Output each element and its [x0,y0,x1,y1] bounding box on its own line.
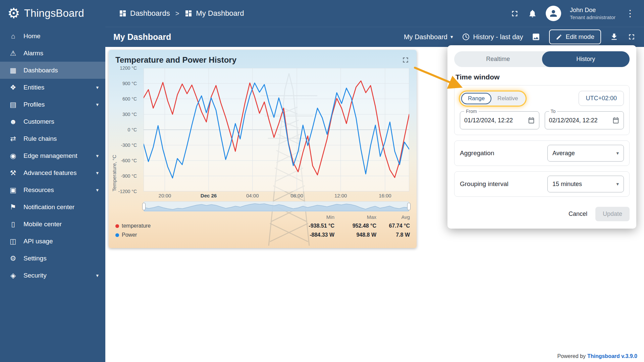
legend-grid: MinMaxAvgtemperature-938.51 °C952.48 °C6… [115,214,410,238]
legend-dot [115,224,119,228]
date-to-field[interactable]: To 02/12/2024, 12:22 [545,111,624,129]
chart-svg[interactable] [144,68,409,191]
sidebar-item-entities[interactable]: ❖Entities▾ [0,79,105,96]
tab-history[interactable]: History [542,51,630,67]
sidebar: ⌂Home⚠Alarms▦Dashboards❖Entities▾▤Profil… [0,27,105,362]
relative-toggle-button[interactable]: Relative [491,93,524,104]
breadcrumb-label: My Dashboard [196,9,244,18]
sidebar-menu: ⌂Home⚠Alarms▦Dashboards❖Entities▾▤Profil… [0,27,105,284]
sidebar-item-label: Edge management [23,152,96,160]
notifications-button[interactable] [528,9,537,18]
dashboard-toolbar: My Dashboard My Dashboard ▾ History - la… [105,27,644,47]
breadcrumb-dashboards[interactable]: Dashboards [119,9,170,18]
y-tick-label: 900 °C [122,81,137,86]
breadcrumb: Dashboards > My Dashboard [119,9,244,18]
timewindow-tabs: Realtime History [454,51,630,67]
chevron-down-icon: ▾ [96,273,99,279]
time-window-section: Range Relative UTC+02:00 From 01/12/2024… [454,85,630,135]
security-icon: ◈ [8,272,18,280]
sidebar-item-resources[interactable]: ▣Resources▾ [0,181,105,198]
sidebar-item-label: Security [23,272,96,279]
sidebar-item-settings[interactable]: ⚙Settings [0,250,105,267]
chevron-down-icon: ▾ [96,102,99,108]
sidebar-item-label: Mobile center [23,221,99,228]
sidebar-item-label: Advanced features [23,169,96,177]
dashboard-select[interactable]: My Dashboard ▾ [404,33,453,41]
sidebar-item-alarms[interactable]: ⚠Alarms [0,45,105,62]
sidebar-item-label: Settings [23,255,99,262]
brush-handle-right[interactable] [407,203,411,210]
settings-icon: ⚙ [8,254,18,262]
chevron-down-icon: ▾ [450,34,453,40]
timezone-button[interactable]: UTC+02:00 [579,91,624,106]
brand[interactable]: ⚙ ThingsBoard [0,6,105,20]
user-info: John Doe Tenant administrator [570,6,615,21]
calendar-icon[interactable] [612,117,620,124]
edit-mode-button[interactable]: Edit mode [549,29,601,44]
thingsboard-logo-icon: ⚙ [7,6,20,20]
grouping-interval-select[interactable]: 15 minutes ▾ [547,176,624,192]
brush-svg [144,202,409,211]
dashboard-icon [184,9,193,17]
download-button[interactable] [610,33,619,41]
header-fullscreen-button[interactable] [510,9,519,18]
time-window-popup: Realtime History Time window Range Relat… [447,45,636,229]
to-value: 02/12/2024, 12:22 [549,117,612,124]
y-tick-label: -900 °C [121,173,137,179]
chevron-down-icon: ▾ [96,84,99,90]
sidebar-item-security[interactable]: ◈Security▾ [0,267,105,284]
aggregation-label: Aggregation [460,149,494,157]
update-button[interactable]: Update [595,207,630,221]
calendar-icon[interactable] [528,117,535,124]
pencil-icon [556,34,562,40]
tab-realtime[interactable]: Realtime [454,51,542,67]
sidebar-item-rule-chains[interactable]: ⇄Rule chains [0,130,105,147]
sidebar-item-customers[interactable]: ☻Customers [0,113,105,130]
sidebar-item-label: Dashboards [23,67,99,74]
more-menu-icon[interactable]: ⋮ [624,8,636,19]
from-value: 01/12/2024, 12:22 [464,117,528,124]
legend-dot [115,233,119,237]
toolbar-fullscreen-button[interactable] [627,33,636,41]
date-from-field[interactable]: From 01/12/2024, 12:22 [460,111,539,129]
legend-series[interactable]: temperature [115,223,284,229]
cancel-button[interactable]: Cancel [563,207,593,221]
breadcrumb-my-dashboard[interactable]: My Dashboard [184,9,244,18]
image-icon [532,33,540,41]
y-tick-label: -300 °C [121,142,137,148]
legend-min: -884.33 W [284,232,334,238]
time-brush[interactable] [144,201,409,212]
version-link[interactable]: Thingsboard v.3.9.0 [587,353,637,359]
widget-title: Temperature and Power History [115,55,236,65]
time-window-button[interactable]: History - last day [462,33,523,41]
chevron-down-icon: ▾ [616,181,619,187]
sidebar-item-edge-management[interactable]: ◉Edge management▾ [0,147,105,164]
sidebar-item-advanced-features[interactable]: ⚒Advanced features▾ [0,164,105,181]
y-axis-ticks: 1200 °C900 °C600 °C300 °C0 °C-300 °C-600… [120,68,140,191]
range-toggle-button[interactable]: Range [461,93,491,104]
aggregation-select[interactable]: Average ▾ [547,145,624,162]
avatar[interactable] [546,6,561,21]
profiles-icon: ▤ [8,101,18,109]
powered-by-label: Powered by [557,353,586,359]
breadcrumb-separator: > [175,10,179,17]
chevron-down-icon: ▾ [96,170,99,176]
sidebar-item-profiles[interactable]: ▤Profiles▾ [0,96,105,113]
grouping-interval-value: 15 minutes [552,181,582,188]
grouping-interval-section: Grouping interval 15 minutes ▾ [454,171,630,197]
sidebar-item-notification-center[interactable]: ⚑Notification center [0,198,105,216]
sidebar-item-label: Entities [23,84,96,91]
sidebar-item-mobile-center[interactable]: ▯Mobile center [0,216,105,233]
brush-handle-left[interactable] [142,203,146,210]
widget-fullscreen-icon[interactable] [401,56,410,64]
popup-footer: Cancel Update [447,202,636,227]
y-tick-label: 600 °C [122,96,137,102]
x-tick-label: 04:00 [246,193,259,198]
sidebar-item-label: Customers [23,118,99,125]
legend-series[interactable]: Power [115,232,284,238]
sidebar-item-home[interactable]: ⌂Home [0,27,105,45]
sidebar-item-api-usage[interactable]: ◫API usage [0,233,105,250]
image-gallery-button[interactable] [532,33,540,41]
sidebar-item-dashboards[interactable]: ▦Dashboards [0,62,105,79]
user-role: Tenant administrator [570,14,615,21]
